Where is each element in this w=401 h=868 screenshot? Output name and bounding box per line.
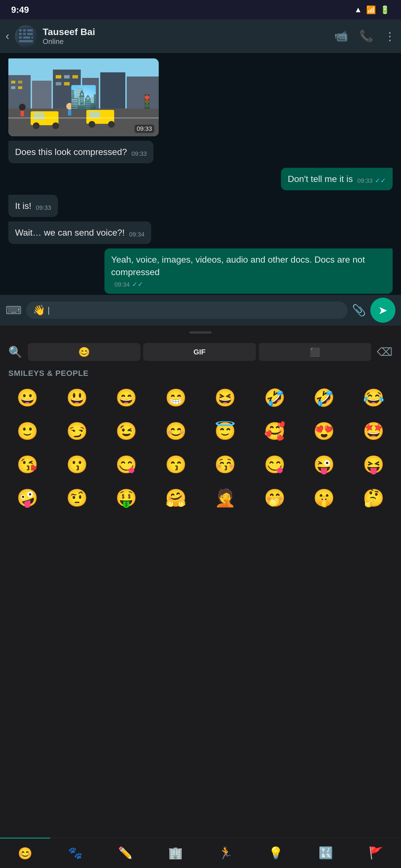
svg-rect-23 <box>18 86 22 89</box>
cat-food[interactable]: ✏️ <box>100 838 150 868</box>
svg-point-32 <box>33 122 39 129</box>
emoji-keyboard: 🔍 😊 GIF ⬛ ⌫ Smileys & People 😀 😃 😄 😁 😆 🤣… <box>0 326 401 868</box>
attachment-button[interactable]: 📎 <box>352 304 366 317</box>
emoji-smirk[interactable]: 😏 <box>52 414 102 448</box>
emoji-category-tabs: 😊 🐾 ✏️ 🏢 🏃 💡 🔣 🚩 <box>0 837 401 868</box>
emoji-hugs[interactable]: 🤗 <box>151 481 201 515</box>
chat-area: 09:33 Does this look compressed? 09:33 D… <box>0 53 401 326</box>
message-compressed-question: Does this look compressed? 09:33 <box>8 141 393 163</box>
chat-header: ‹ Tauseef Bai Online 📹 <box>0 20 401 53</box>
status-bar: 9:49 ▲ 📶 🔋 <box>0 0 401 20</box>
read-receipt: ✓✓ <box>375 176 386 185</box>
emoji-hand-over-mouth[interactable]: 🤭 <box>250 481 299 515</box>
bubble-voice: Wait… we can send voice?! 09:34 <box>8 221 151 244</box>
svg-rect-10 <box>23 36 30 39</box>
emoji-grin[interactable]: 😃 <box>52 381 102 414</box>
svg-rect-27 <box>56 82 61 85</box>
svg-point-40 <box>66 103 73 110</box>
cat-smileys[interactable]: 😊 <box>0 838 50 868</box>
msg-content: Does this look compressed? 09:33 <box>15 146 147 158</box>
contact-name: Tauseef Bai <box>42 26 328 37</box>
input-bar: ⌨ 👋 | 📎 ➤ <box>0 295 401 326</box>
cat-animals[interactable]: 🐾 <box>50 838 100 868</box>
emoji-beam[interactable]: 😁 <box>151 381 201 414</box>
emoji-sweat-smile[interactable]: 🤣 <box>250 381 299 414</box>
svg-rect-26 <box>73 75 78 79</box>
video-call-button[interactable]: 📹 <box>334 30 348 42</box>
svg-rect-7 <box>27 33 30 35</box>
emoji-backspace-button[interactable]: ⌫ <box>374 343 395 361</box>
emoji-slightly-smile[interactable]: 🙂 <box>3 414 52 448</box>
emoji-zany[interactable]: 🤪 <box>3 481 52 515</box>
emoji-toolbar: 🔍 😊 GIF ⬛ ⌫ <box>0 339 401 365</box>
signal-icon: 📶 <box>366 5 376 14</box>
svg-rect-41 <box>68 110 71 116</box>
svg-rect-20 <box>11 81 15 84</box>
wave-emoji: 👋 <box>33 304 46 316</box>
bubble-it-is: It is! 09:33 <box>8 195 58 217</box>
emoji-grinning[interactable]: 😀 <box>3 381 52 414</box>
bubble-compressed: Does this look compressed? 09:33 <box>8 141 153 163</box>
emoji-thinking[interactable]: 🤔 <box>349 481 399 515</box>
msg-time: 09:34 <box>114 280 130 289</box>
emoji-search-button[interactable]: 🔍 <box>6 343 25 362</box>
message-voice-question: Wait… we can send voice?! 09:34 <box>8 221 393 244</box>
svg-rect-35 <box>89 111 100 118</box>
cat-flags[interactable]: 🚩 <box>351 838 401 868</box>
emoji-star-struck[interactable]: 🤩 <box>349 414 399 448</box>
cat-objects[interactable]: 💡 <box>251 838 301 868</box>
keyboard-handle <box>0 326 401 339</box>
message-input-container: 👋 | <box>26 302 347 319</box>
emoji-lick[interactable]: 😋 <box>250 448 299 481</box>
avatar <box>15 25 37 47</box>
emoji-raised-eyebrow[interactable]: 🤨 <box>52 481 102 515</box>
voice-call-button[interactable]: 📞 <box>359 30 373 42</box>
emoji-wink[interactable]: 😉 <box>102 414 151 448</box>
svg-rect-21 <box>18 81 22 84</box>
emoji-innocent[interactable]: 😇 <box>200 414 250 448</box>
message-text: Wait… we can send voice?! <box>15 226 125 239</box>
wifi-icon: ▲ <box>354 5 362 14</box>
cat-activities[interactable]: 🏃 <box>200 838 251 868</box>
send-button[interactable]: ➤ <box>370 298 395 323</box>
emoji-tab-gif[interactable]: GIF <box>143 343 256 361</box>
message-text: It is! <box>15 200 31 212</box>
send-icon: ➤ <box>378 304 388 317</box>
cat-travel[interactable]: 🏢 <box>150 838 200 868</box>
emoji-squinting-tongue[interactable]: 😝 <box>349 448 399 481</box>
image-bubble: 09:33 <box>8 58 159 136</box>
emoji-joy[interactable]: 😂 <box>349 381 399 414</box>
back-button[interactable]: ‹ <box>6 30 9 42</box>
emoji-kissing-closed[interactable]: 😚 <box>200 448 250 481</box>
emoji-tab-sticker[interactable]: ⬛ <box>259 343 371 361</box>
svg-point-33 <box>52 122 59 129</box>
status-time: 9:49 <box>11 5 29 15</box>
emoji-smiling-hearts[interactable]: 🥰 <box>250 414 299 448</box>
emoji-heart-eyes[interactable]: 😍 <box>299 414 349 448</box>
cat-symbols[interactable]: 🔣 <box>301 838 351 868</box>
bubble-dont-tell: Don't tell me it is 09:33 ✓✓ <box>281 168 393 190</box>
svg-point-43 <box>145 95 149 100</box>
emoji-blush[interactable]: 😊 <box>151 414 201 448</box>
more-options-button[interactable]: ⋮ <box>384 30 395 42</box>
emoji-smile[interactable]: 😄 <box>102 381 151 414</box>
emoji-kissing-heart[interactable]: 😘 <box>3 448 52 481</box>
emoji-rofl[interactable]: 🤣 <box>299 381 349 414</box>
svg-rect-11 <box>31 36 33 39</box>
emoji-shushing[interactable]: 🤫 <box>299 481 349 515</box>
emoji-yum[interactable]: 😋 <box>102 448 151 481</box>
svg-rect-39 <box>21 111 24 116</box>
emoji-kissing[interactable]: 😗 <box>52 448 102 481</box>
msg-content-sent: Don't tell me it is 09:33 ✓✓ <box>288 173 386 185</box>
emoji-tab-emojis[interactable]: 😊 <box>28 343 140 361</box>
emoji-money-mouth[interactable]: 🤑 <box>102 481 151 515</box>
message-text: Does this look compressed? <box>15 146 127 158</box>
emoji-grid: 😀 😃 😄 😁 😆 🤣 🤣 😂 🙂 😏 😉 😊 😇 🥰 😍 🤩 😘 😗 😋 😙 … <box>0 381 401 515</box>
message-text: Don't tell me it is <box>288 173 353 185</box>
keyboard-toggle-button[interactable]: ⌨ <box>6 304 22 317</box>
emoji-squint[interactable]: 😆 <box>200 381 250 414</box>
message-text: Yeah, voice, images, videos, audio and o… <box>111 253 386 278</box>
emoji-facepalm[interactable]: 🤦 <box>200 481 250 515</box>
emoji-kissing-smiling[interactable]: 😙 <box>151 448 201 481</box>
emoji-wink-tongue[interactable]: 😜 <box>299 448 349 481</box>
